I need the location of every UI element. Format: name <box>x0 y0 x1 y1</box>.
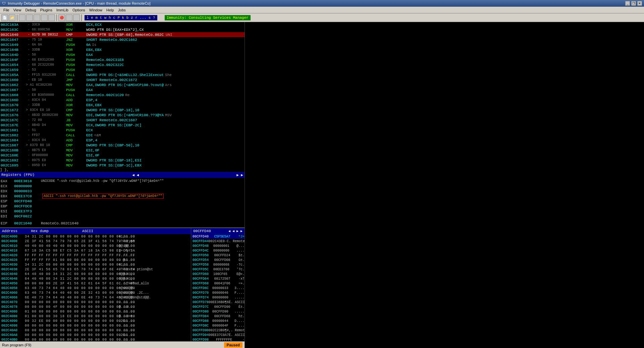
menu-immlib[interactable]: ImmLib <box>54 7 70 13</box>
hex-line[interactable]: 002C4018 67 18 3A C5 98 E7 C5 3A 67 18 3… <box>0 248 191 253</box>
stack-line[interactable]: 00CFFD5C 00EE3760 '7c. <box>191 267 245 272</box>
menu-view[interactable]: View <box>11 7 23 13</box>
disasm-line[interactable]: 002C1684 · 83C4 04 ADD ESP,4 <box>0 138 245 143</box>
hex-line[interactable]: 002C4070 00 00 00 00 00 00 00 00 00 00 0… <box>0 300 191 304</box>
hex-line[interactable]: 002C40A0 00 00 00 00 00 00 00 00 00 00 0… <box>0 328 191 333</box>
hex-line[interactable]: 002C4080 01 00 00 00 00 00 00 00 00 00 0… <box>0 309 191 314</box>
disasm-line[interactable]: 002C166D · 83C4 04 ADD ESP,4 <box>0 97 245 102</box>
stack-line[interactable]: 00CFFD58 00000008 ·7c. <box>191 262 245 267</box>
menu-file[interactable]: File <box>1 7 11 13</box>
hex-line[interactable]: 002C4040 64 40 40 00 34 31 2C 00 00 00 0… <box>0 272 191 276</box>
disasm-line[interactable]: 002C1681 · 51 PUSH ECX <box>0 128 245 133</box>
hex-line[interactable]: 002C4058 63 40 73 74 64 40 40 00 00 00 0… <box>0 286 191 290</box>
disasm-line[interactable]: 002C164B · 33DB XOR EBX,EBX <box>0 47 245 52</box>
restore-button[interactable]: ❒ <box>631 1 636 6</box>
disasm-line-selected[interactable]: 002C1640 · 817D 98 D8312 CMP DWORD PTR S… <box>0 32 245 37</box>
disasm-line[interactable]: 002C1676 · 8B3D D0302C00 MOV EDI,DWORD P… <box>0 113 245 118</box>
disasm-line[interactable]: 002C1682 · FFD7 CALL EDI <&M <box>0 133 245 138</box>
toolbar-pause[interactable]: ⏸ <box>26 14 33 21</box>
disasm-line[interactable]: 002C1687 > 837D B0 10 CMP DWORD PTR SS:[… <box>0 143 245 148</box>
disasm-line[interactable]: 002C164F · 68 E8312C00 PUSH RemoteCo.002… <box>0 57 245 62</box>
toolbar-bp[interactable]: 🔴 <box>58 14 65 21</box>
hex-line[interactable]: 002C4038 2E 3F 41 56 65 78 63 65 70 74 6… <box>0 267 191 272</box>
stack-line[interactable]: 00CFFD44 002C43E0 ·C. RemoteCo.002C43E0 <box>191 239 245 243</box>
disasm-line[interactable]: 002C1659 · 53 PUSH EBX <box>0 67 245 72</box>
stack-line[interactable]: 00CFFD64 08172507 ·x† <box>191 276 245 281</box>
hex-line[interactable]: 002C40A8 00 00 00 00 00 00 00 00 00 00 0… <box>0 333 191 337</box>
disasm-line[interactable]: 002C1667 · 50 PUSH EAX <box>0 87 245 92</box>
disasm-line[interactable]: 002C1660 · EB 10 JMP SHORT RemoteCo.002C… <box>0 77 245 82</box>
disasm-line[interactable]: 002C1662 > A1 6C302C00 MOV EAX,DWORD PTR… <box>0 82 245 87</box>
stack-line[interactable]: 00CFFD88 00000044 D.... <box>191 319 245 323</box>
stack-scroll[interactable]: 00CFFD40 C5F5E5A7 ºJ+ 00CFFD44 002C43E0 … <box>191 234 245 341</box>
toolbar-restart[interactable]: ↺ <box>48 14 55 21</box>
hex-line[interactable]: 002C4010 40 40 00 40 40 40 00 00 00 00 0… <box>0 243 191 248</box>
stack-line[interactable]: 00CFFD6C 00000033 3.... <box>191 286 245 290</box>
stack-line[interactable]: 00CFFD74 00000000 ..... <box>191 295 245 300</box>
hex-line[interactable]: 002C4030 34 31 2C 00 00 00 00 00 00 00 0… <box>0 262 191 267</box>
hex-scroll[interactable]: 002C4000 34 31 2C 00 00 00 00 00 00 00 0… <box>0 234 191 341</box>
disasm-line[interactable]: 002C1695 · 895D E4 MOV DWORD PTR SS:[EBP… <box>0 163 245 168</box>
hex-line[interactable]: 002C4068 6E 40 73 74 64 40 40 00 6E 40 7… <box>0 295 191 300</box>
stack-line[interactable]: 00CFFD8C 0000004F F.... <box>191 323 245 328</box>
stack-line[interactable]: 00CFFD80 00CFFD90 ..... <box>191 309 245 314</box>
disasm-line[interactable]: 002C163C · 66:890C50 MOV WORD PTR DS:[EA… <box>0 27 245 32</box>
stack-nav[interactable]: ◀ ◀ ▶ ▶ <box>228 229 243 233</box>
disasm-line[interactable]: 002C1672 > 83C4 E8 10 CMP DWORD PTR SS:[… <box>0 108 245 113</box>
stack-line[interactable]: 00CFFD48 00000001 @... <box>191 243 245 248</box>
stack-line-selected[interactable]: 00CFFD40 C5F5E5A7 ºJ+ <box>191 234 245 239</box>
stack-line[interactable]: 00CFFD98 FFFFFFFE · <box>191 337 245 341</box>
hex-line[interactable]: 002C4008 2E 3F 41 56 74 79 70 65 2E 3F 4… <box>0 239 191 243</box>
menu-plugins[interactable]: Plugins <box>38 7 54 13</box>
disasm-line[interactable]: 002C1670 · 33DB XOR EBX,EBX <box>0 102 245 108</box>
disasm-scroll[interactable]: 002C163A · 33C9 XOR ECX,ECX 002C163C · 6… <box>0 22 245 227</box>
toolbar-new[interactable]: 📄 <box>1 14 8 21</box>
reg-nav-right[interactable]: ▶ ▶ <box>236 173 243 177</box>
disasm-line[interactable]: 002C1647 · 75 19 JNZ SHORT RemoteCo.002C… <box>0 37 245 42</box>
stack-line[interactable]: 00CFFD4C 00000000 .... <box>191 248 245 253</box>
stack-line[interactable]: 00CFFD70 00000046 F.... <box>191 290 245 295</box>
menu-debug[interactable]: Debug <box>23 7 38 13</box>
toolbar-open[interactable]: 📁 <box>9 14 15 21</box>
menu-jobs[interactable]: Jobs <box>116 7 128 13</box>
toolbar-regs[interactable]: R <box>73 14 80 21</box>
stack-line[interactable]: 00CFFD84 00CFFD68 h±. <box>191 314 245 319</box>
toolbar-step[interactable]: ↓ <box>34 14 40 21</box>
disasm-line[interactable]: 002C167E · 8B4D D4 MOV ECX,DWORD PTR SS:… <box>0 123 245 128</box>
stack-line[interactable]: 00CFFD78 00EE36B0 ¶6É. ASCII "XRlBG0UCDh… <box>191 300 245 304</box>
minimize-button[interactable]: _ <box>625 1 630 6</box>
hex-line[interactable]: 002C4050 00 00 00 00 2E 3F 41 56 62 61 6… <box>0 281 191 286</box>
hex-line[interactable]: 002C4028 FF FF FF FF 01 00 00 00 00 00 0… <box>0 258 191 262</box>
hex-line[interactable]: 002C4048 64 40 40 00 34 31 2C 00 00 00 0… <box>0 276 191 281</box>
hex-line[interactable]: 002C40B0 00 00 00 00 00 00 00 00 00 00 0… <box>0 337 191 341</box>
disasm-line[interactable]: 002C165A · FF15 0312C00 CALL DWORD PTR D… <box>0 72 245 77</box>
hex-line[interactable]: 002C4020 FF FF FF FF FF FF FF FF FF FF F… <box>0 253 191 258</box>
disasm-line[interactable]: 002C1692 · 8975 E8 MOV DWORD PTR SS:[EBP… <box>0 158 245 163</box>
stack-line[interactable]: 00CFFD90 002C23B9 ¶#,. RemoteCo.002C23B9 <box>191 328 245 333</box>
menu-help[interactable]: Help <box>104 7 116 13</box>
stack-line[interactable]: 00CFFD68 00041F06 ÷». <box>191 281 245 286</box>
disasm-line[interactable]: 002C167C · 72 09 JB SHORT RemoteCo.002C1… <box>0 118 245 123</box>
hex-line[interactable]: 002C4088 01 00 00 00 30 18 EE 00 00 00 0… <box>0 314 191 319</box>
disasm-line[interactable]: 002C168B · 8B75 E8 MOV ESI,0F <box>0 148 245 153</box>
disasm-line[interactable]: 002C1654 · 68 2C322C00 PUSH RemoteCo.002… <box>0 62 245 67</box>
toolbar-run[interactable]: ▶ <box>19 14 25 21</box>
toolbar-stepover[interactable]: ↪ <box>41 14 48 21</box>
hex-line[interactable]: 002C4060 63 40 73 74 64 40 40 00 2E 32 4… <box>0 290 191 295</box>
menu-options[interactable]: Options <box>70 7 87 13</box>
stack-line[interactable]: 00CFFD94 00EE37C0 À7É. ASCII "-ssh root@… <box>191 333 245 337</box>
disasm-line[interactable]: 002C1649 · 6A 0A PUSH 0A Is <box>0 42 245 47</box>
stack-line[interactable]: 00CFFD50 00CFFD24 $±. <box>191 253 245 258</box>
hex-line[interactable]: 002C4078 00 00 00 00 4F 00 00 00 00 00 0… <box>0 304 191 309</box>
hex-line[interactable]: 002C4090 90 32 EE 00 00 00 00 00 00 00 0… <box>0 319 191 323</box>
disasm-line[interactable]: 002C1668 · E8 B3050000 CALL RemoteCo.002… <box>0 92 245 97</box>
hex-line[interactable]: 002C4098 00 00 00 00 00 00 00 00 00 00 0… <box>0 323 191 328</box>
disasm-line[interactable]: 002C163A · 33C9 XOR ECX,ECX <box>0 22 245 27</box>
toolbar-mem[interactable]: M <box>66 14 72 21</box>
stack-line[interactable]: 00CFFD7C 00CFFD90 É±. <box>191 304 245 309</box>
disasm-line[interactable]: 002C168E · 0F000000 MOV ESI,0F <box>0 153 245 158</box>
window-controls[interactable]: _ ❒ ✕ <box>625 1 642 6</box>
reg-nav-left[interactable]: ◀ ◀ <box>132 173 139 177</box>
menu-window[interactable]: Window <box>87 7 104 13</box>
disasm-line[interactable]: 002C164D · 50 PUSH EAX <box>0 52 245 57</box>
